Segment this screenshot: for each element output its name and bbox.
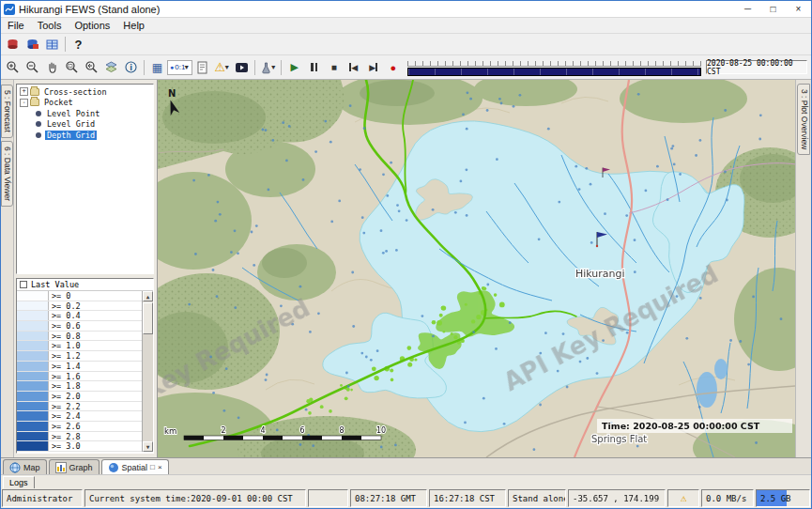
- tree-leaf-label[interactable]: Level Point: [45, 109, 101, 118]
- animation-button[interactable]: [232, 58, 252, 77]
- thresholds-button[interactable]: ⚠ ▼: [212, 58, 232, 77]
- last-value-checkbox[interactable]: [20, 281, 27, 288]
- zoom-box-icon: [65, 60, 79, 74]
- menu-help[interactable]: Help: [116, 20, 151, 31]
- step-forward-button[interactable]: ▶: [363, 58, 383, 77]
- map-toolbar: i ▦ ● 0:1 ▼ ⚠ ▼ ▼ ▶ ■ ◀ ▶ ● 2020-08-25 0…: [1, 55, 811, 80]
- zoom-box-button[interactable]: [62, 58, 82, 77]
- status-memory[interactable]: 2.5 GB: [756, 489, 810, 507]
- legend-row: >= 2.0: [17, 392, 153, 402]
- tab-graph[interactable]: Graph: [49, 459, 100, 474]
- zoom-out-icon: [25, 60, 39, 74]
- legend-value: >= 0.2: [49, 301, 153, 311]
- legend-table: >= 0>= 0.2>= 0.4>= 0.6>= 0.8>= 1.0>= 1.2…: [17, 291, 153, 452]
- close-button[interactable]: ×: [786, 1, 811, 17]
- legend-value: >= 2.2: [49, 402, 153, 411]
- zoom-out-button[interactable]: [23, 58, 42, 77]
- logs-button[interactable]: Logs: [3, 476, 35, 489]
- report-button[interactable]: [192, 58, 212, 77]
- tab-spatial[interactable]: Spatial □ ×: [101, 459, 169, 474]
- layer-dot-icon: [36, 111, 41, 116]
- export-database-button[interactable]: [23, 35, 42, 54]
- status-coordinates: -35.657 , 174.199: [568, 489, 666, 507]
- tree-node-label[interactable]: Cross-section: [42, 87, 109, 97]
- tab-data-viewer[interactable]: 6 : Data Viewer: [1, 141, 13, 207]
- info-button[interactable]: i: [121, 58, 141, 77]
- play-icon: ▶: [291, 61, 299, 73]
- archive-button[interactable]: [42, 35, 62, 54]
- pan-button[interactable]: [42, 58, 62, 77]
- legend-row: >= 1.8: [17, 381, 153, 392]
- value-scale-dropdown[interactable]: ● 0:1 ▼: [167, 60, 192, 75]
- legend-color-swatch: [17, 351, 49, 361]
- tree-leaf-depth-grid[interactable]: Depth Grid: [17, 130, 153, 141]
- timeline-slider[interactable]: [407, 61, 701, 76]
- tree-leaf-label-selected[interactable]: Depth Grid: [45, 131, 97, 140]
- chevron-down-icon: ▼: [183, 64, 190, 70]
- status-filler: [308, 489, 348, 507]
- legend-row: >= 0.8: [17, 332, 153, 342]
- stop-button[interactable]: ■: [324, 58, 344, 77]
- profile-tool-button[interactable]: ▼: [258, 58, 278, 77]
- scroll-down-icon[interactable]: ▼: [143, 441, 153, 452]
- tree-leaf-level-point[interactable]: Level Point: [17, 108, 153, 119]
- float-panel-button[interactable]: □: [150, 464, 155, 471]
- svg-text:10: 10: [376, 426, 386, 435]
- legend-row: >= 3.0: [17, 441, 153, 452]
- status-warning-cell[interactable]: ⚠: [667, 489, 699, 507]
- tree-node-cross-section[interactable]: + Cross-section: [17, 86, 153, 98]
- scroll-thumb[interactable]: [143, 302, 153, 334]
- menu-file[interactable]: File: [1, 20, 31, 31]
- import-database-button[interactable]: [3, 35, 23, 54]
- record-button[interactable]: ●: [383, 58, 403, 77]
- legend-color-swatch: [17, 362, 49, 371]
- tab-forecast[interactable]: 5 : Forecast: [1, 85, 13, 138]
- legend-color-swatch: [17, 422, 49, 431]
- tree-leaf-label[interactable]: Level Grid: [45, 119, 97, 129]
- tree-node-pocket[interactable]: - Pocket: [17, 98, 153, 109]
- legend-value: >= 1.2: [49, 351, 153, 361]
- expand-toggle-icon[interactable]: +: [20, 87, 28, 96]
- pause-button[interactable]: [304, 58, 324, 77]
- tree-node-label[interactable]: Pocket: [42, 98, 75, 107]
- collapse-toggle-icon[interactable]: -: [20, 99, 28, 107]
- layers-button[interactable]: [101, 58, 121, 77]
- legend-scrollbar[interactable]: ▲ ▼: [142, 291, 153, 452]
- map-canvas[interactable]: API Key Required API Key Required Hikura…: [158, 80, 795, 457]
- help-button[interactable]: ?: [69, 35, 88, 54]
- grid-display-button[interactable]: ▦: [147, 58, 167, 77]
- menu-options[interactable]: Options: [68, 20, 116, 31]
- legend-row: >= 2.2: [17, 402, 153, 412]
- play-button[interactable]: ▶: [284, 58, 304, 77]
- svg-text:km: km: [164, 426, 176, 436]
- close-tab-button[interactable]: ×: [158, 464, 162, 471]
- info-icon: i: [124, 60, 138, 74]
- menu-tools[interactable]: Tools: [31, 20, 69, 31]
- map-view[interactable]: API Key Required API Key Required Hikura…: [158, 80, 795, 457]
- legend-color-swatch: [17, 291, 49, 301]
- status-mode: Stand alone: [508, 489, 566, 507]
- legend-value: >= 2.8: [49, 432, 153, 441]
- tab-map[interactable]: Map: [3, 459, 47, 474]
- zoom-extent-button[interactable]: [82, 58, 101, 77]
- legend-value: >= 2.4: [49, 411, 153, 421]
- step-back-button[interactable]: ◀: [344, 58, 363, 77]
- legend-color-swatch: [17, 321, 49, 331]
- app-icon: [4, 4, 15, 15]
- legend-title: Last Value: [31, 280, 79, 289]
- legend-color-swatch: [17, 441, 49, 451]
- legend-row: >= 1.4: [17, 362, 153, 372]
- right-tab-strip: 3 : Plot Overview: [795, 80, 811, 457]
- tab-plot-overview[interactable]: 3 : Plot Overview: [797, 84, 810, 155]
- app-window: Hikurangi FEWS (Stand alone) ─ □ × File …: [0, 0, 812, 509]
- svg-text:N: N: [168, 88, 176, 99]
- minimize-button[interactable]: ─: [735, 1, 760, 17]
- zoom-in-button[interactable]: [3, 58, 23, 77]
- scroll-up-icon[interactable]: ▲: [143, 291, 153, 301]
- legend-row: >= 1.2: [17, 351, 153, 362]
- tree-leaf-level-grid[interactable]: Level Grid: [17, 119, 153, 131]
- scroll-track[interactable]: [143, 334, 153, 441]
- maximize-button[interactable]: □: [760, 1, 786, 17]
- legend-value: >= 0: [49, 291, 153, 301]
- timeline-bar[interactable]: [407, 68, 701, 76]
